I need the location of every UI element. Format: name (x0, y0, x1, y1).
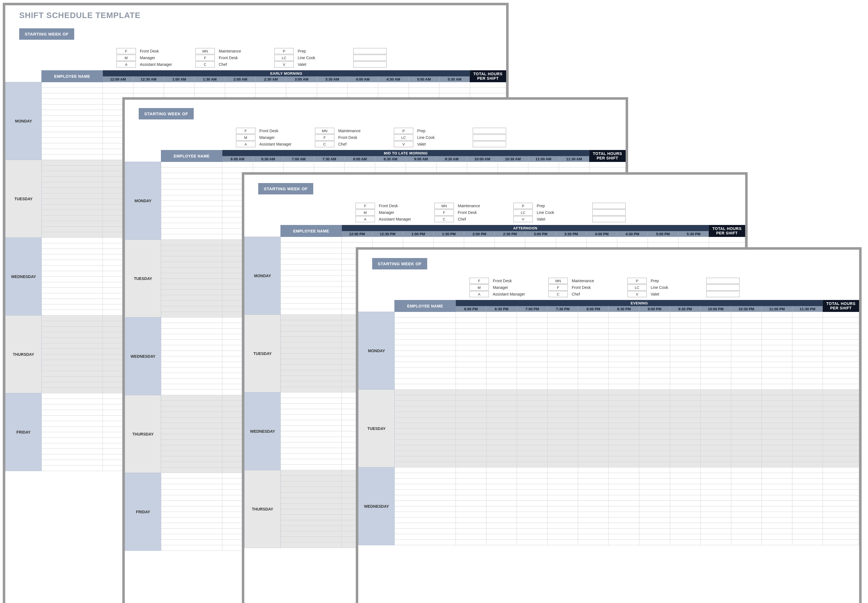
employee-name-cell[interactable] (281, 331, 342, 337)
shift-cell[interactable] (609, 495, 639, 501)
employee-name-cell[interactable] (395, 462, 456, 467)
employee-name-cell[interactable] (42, 227, 103, 232)
shift-cell[interactable] (670, 512, 701, 518)
employee-name-cell[interactable] (281, 504, 342, 509)
employee-name-cell[interactable] (395, 317, 456, 323)
shift-cell[interactable] (792, 395, 823, 401)
legend-blank-cell[interactable] (473, 128, 506, 134)
employee-name-cell[interactable] (281, 415, 342, 420)
shift-cell[interactable] (487, 440, 517, 445)
shift-cell[interactable] (578, 417, 609, 423)
shift-cell[interactable] (731, 428, 761, 434)
employee-name-cell[interactable] (161, 445, 222, 451)
shift-cell[interactable] (792, 495, 823, 501)
shift-cell[interactable] (547, 384, 578, 390)
shift-cell[interactable] (487, 323, 517, 329)
shift-cell[interactable] (701, 479, 731, 484)
shift-cell[interactable] (609, 329, 639, 334)
employee-name-cell[interactable] (395, 484, 456, 490)
shift-cell[interactable] (578, 484, 609, 490)
shift-cell[interactable] (578, 362, 609, 368)
shift-cell[interactable] (731, 356, 761, 362)
employee-name-cell[interactable] (281, 431, 342, 437)
employee-name-cell[interactable] (161, 368, 222, 373)
employee-name-cell[interactable] (42, 155, 103, 160)
shift-cell[interactable] (670, 540, 701, 545)
employee-name-cell[interactable] (161, 423, 222, 428)
shift-cell[interactable] (731, 479, 761, 484)
employee-name-cell[interactable] (42, 260, 103, 266)
shift-cell[interactable] (578, 340, 609, 345)
shift-cell[interactable] (761, 523, 792, 529)
employee-name-cell[interactable] (281, 453, 342, 459)
shift-cell[interactable] (792, 317, 823, 323)
employee-name-cell[interactable] (281, 381, 342, 387)
employee-name-cell[interactable] (395, 323, 456, 329)
employee-name-cell[interactable] (395, 362, 456, 368)
shift-cell[interactable] (792, 451, 823, 456)
employee-name-cell[interactable] (42, 282, 103, 288)
shift-cell[interactable] (547, 523, 578, 529)
shift-cell[interactable] (761, 462, 792, 467)
employee-name-cell[interactable] (161, 501, 222, 506)
shift-cell[interactable] (731, 323, 761, 329)
shift-cell[interactable] (517, 379, 547, 384)
shift-cell[interactable] (498, 162, 528, 167)
shift-cell[interactable] (792, 428, 823, 434)
shift-cell[interactable] (639, 501, 670, 506)
shift-cell[interactable] (639, 329, 670, 334)
shift-cell[interactable] (701, 518, 731, 523)
shift-cell[interactable] (487, 473, 517, 479)
shift-cell[interactable] (578, 529, 609, 534)
shift-cell[interactable] (609, 428, 639, 434)
shift-cell[interactable] (731, 407, 761, 412)
employee-name-cell[interactable] (42, 93, 103, 99)
shift-cell[interactable] (731, 445, 761, 451)
shift-cell[interactable] (378, 82, 409, 88)
shift-cell[interactable] (701, 523, 731, 529)
shift-cell[interactable] (609, 334, 639, 340)
shift-cell[interactable] (547, 490, 578, 495)
employee-name-cell[interactable] (281, 426, 342, 431)
shift-cell[interactable] (578, 534, 609, 540)
employee-name-cell[interactable] (161, 334, 222, 340)
shift-cell[interactable] (103, 82, 133, 88)
shift-cell[interactable] (701, 451, 731, 456)
shift-cell[interactable] (487, 317, 517, 323)
legend-blank-cell[interactable] (706, 291, 739, 297)
shift-cell[interactable] (792, 501, 823, 506)
shift-cell[interactable] (639, 356, 670, 362)
shift-cell[interactable] (456, 373, 487, 379)
shift-cell[interactable] (347, 82, 378, 88)
shift-cell[interactable] (639, 440, 670, 445)
shift-cell[interactable] (701, 462, 731, 467)
employee-name-cell[interactable] (161, 345, 222, 351)
shift-cell[interactable] (670, 312, 701, 317)
shift-cell[interactable] (670, 329, 701, 334)
shift-cell[interactable] (761, 529, 792, 534)
shift-cell[interactable] (456, 417, 487, 423)
shift-cell[interactable] (609, 373, 639, 379)
employee-name-cell[interactable] (281, 370, 342, 376)
shift-cell[interactable] (456, 423, 487, 428)
shift-cell[interactable] (609, 451, 639, 456)
employee-name-cell[interactable] (42, 416, 103, 421)
shift-cell[interactable] (648, 237, 678, 243)
employee-name-cell[interactable] (395, 495, 456, 501)
shift-cell[interactable] (670, 434, 701, 440)
employee-name-cell[interactable] (161, 173, 222, 179)
shift-cell[interactable] (487, 373, 517, 379)
shift-cell[interactable] (578, 384, 609, 390)
shift-cell[interactable] (103, 88, 133, 93)
employee-name-cell[interactable] (42, 221, 103, 227)
employee-name-cell[interactable] (42, 238, 103, 243)
shift-cell[interactable] (456, 540, 487, 545)
shift-cell[interactable] (701, 417, 731, 423)
shift-cell[interactable] (286, 82, 317, 88)
shift-cell[interactable] (556, 237, 586, 243)
employee-name-cell[interactable] (161, 201, 222, 206)
employee-name-cell[interactable] (281, 326, 342, 331)
shift-cell[interactable] (639, 401, 670, 407)
employee-name-cell[interactable] (42, 88, 103, 93)
employee-name-cell[interactable] (161, 495, 222, 501)
